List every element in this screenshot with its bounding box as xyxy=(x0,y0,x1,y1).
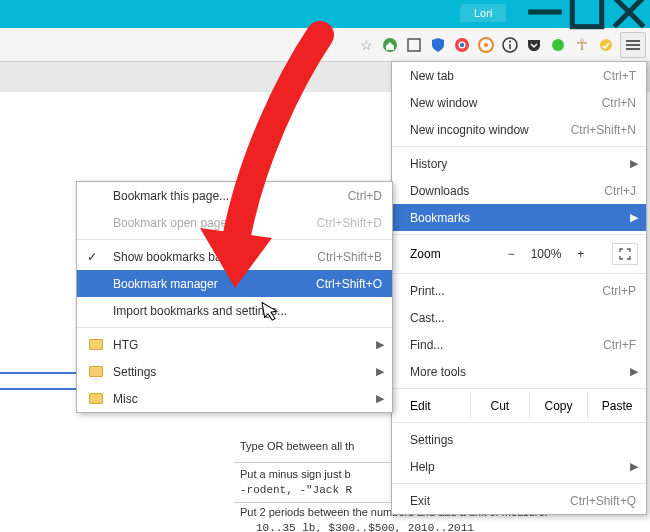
minimize-button[interactable] xyxy=(524,0,566,24)
menu-find[interactable]: Find...Ctrl+F xyxy=(392,331,646,358)
submenu-import-bookmarks[interactable]: Import bookmarks and settings... xyxy=(77,297,392,324)
svg-rect-5 xyxy=(408,39,420,51)
chrome-extension-icon[interactable] xyxy=(452,35,472,55)
close-button[interactable] xyxy=(608,0,650,24)
svg-point-15 xyxy=(600,39,612,51)
svg-point-10 xyxy=(484,43,488,47)
folder-icon xyxy=(89,393,103,404)
menu-button[interactable] xyxy=(620,32,646,58)
menu-bookmarks[interactable]: Bookmarks▶ xyxy=(392,204,646,231)
window-controls xyxy=(524,0,650,24)
menu-print[interactable]: Print...Ctrl+P xyxy=(392,277,646,304)
pocket-extension-icon[interactable] xyxy=(524,35,544,55)
menu-new-incognito[interactable]: New incognito windowCtrl+Shift+N xyxy=(392,116,646,143)
menu-edit-row: Edit Cut Copy Paste xyxy=(392,392,646,419)
browser-toolbar: ☆ ☥ xyxy=(0,28,650,62)
svg-point-8 xyxy=(460,42,464,46)
zoom-in-button[interactable]: + xyxy=(577,247,584,261)
menu-new-tab[interactable]: New tabCtrl+T xyxy=(392,62,646,89)
menu-help[interactable]: Help▶ xyxy=(392,453,646,480)
menu-cast[interactable]: Cast... xyxy=(392,304,646,331)
green-dot-extension-icon[interactable] xyxy=(548,35,568,55)
edit-label: Edit xyxy=(410,399,470,413)
svg-rect-1 xyxy=(572,0,601,27)
zoom-value: 100% xyxy=(531,247,562,261)
menu-history[interactable]: History▶ xyxy=(392,150,646,177)
content-text: 10..35 lb, $300..$500, 2010..2011 xyxy=(256,522,474,532)
star-icon[interactable]: ☆ xyxy=(356,35,376,55)
zoom-label: Zoom xyxy=(410,247,480,261)
bookmark-folder[interactable]: HTG▶ xyxy=(77,331,392,358)
folder-icon xyxy=(89,339,103,350)
menu-exit[interactable]: ExitCtrl+Shift+Q xyxy=(392,487,646,514)
menu-downloads[interactable]: DownloadsCtrl+J xyxy=(392,177,646,204)
menu-settings[interactable]: Settings xyxy=(392,426,646,453)
bookmark-folder[interactable]: Misc▶ xyxy=(77,385,392,412)
check-icon: ✓ xyxy=(87,250,97,264)
copy-button[interactable]: Copy xyxy=(529,392,588,419)
bookmarks-submenu: Bookmark this page...Ctrl+D Bookmark ope… xyxy=(76,181,393,413)
square-extension-icon[interactable] xyxy=(404,35,424,55)
content-text: Type OR between all th xyxy=(240,440,354,452)
window-titlebar: Lori xyxy=(0,0,650,28)
cut-button[interactable]: Cut xyxy=(470,392,529,419)
submenu-show-bookmarks-bar[interactable]: ✓ Show bookmarks barCtrl+Shift+B xyxy=(77,243,392,270)
info-extension-icon[interactable] xyxy=(500,35,520,55)
svg-point-13 xyxy=(509,40,511,42)
orange-extension-icon[interactable] xyxy=(476,35,496,55)
zoom-out-button[interactable]: − xyxy=(508,247,515,261)
menu-more-tools[interactable]: More tools▶ xyxy=(392,358,646,385)
fullscreen-button[interactable] xyxy=(612,243,638,265)
bookmark-folder[interactable]: Settings▶ xyxy=(77,358,392,385)
folder-icon xyxy=(89,366,103,377)
submenu-bookmark-open-pages: Bookmark open pages...Ctrl+Shift+D xyxy=(77,209,392,236)
submenu-bookmark-manager[interactable]: Bookmark managerCtrl+Shift+O xyxy=(77,270,392,297)
submenu-bookmark-this-page[interactable]: Bookmark this page...Ctrl+D xyxy=(77,182,392,209)
yellow-extension-icon[interactable] xyxy=(596,35,616,55)
maximize-button[interactable] xyxy=(566,0,608,24)
paste-button[interactable]: Paste xyxy=(587,392,646,419)
user-profile-tab[interactable]: Lori xyxy=(460,4,506,22)
home-extension-icon[interactable] xyxy=(380,35,400,55)
ankh-extension-icon[interactable]: ☥ xyxy=(572,35,592,55)
shield-extension-icon[interactable] xyxy=(428,35,448,55)
svg-point-14 xyxy=(552,39,564,51)
content-text: -rodent, -"Jack R xyxy=(240,484,352,496)
main-menu: New tabCtrl+T New windowCtrl+N New incog… xyxy=(391,61,647,515)
content-text: Put a minus sign just b xyxy=(240,468,351,480)
menu-zoom-row: Zoom − 100% + xyxy=(392,238,646,270)
menu-new-window[interactable]: New windowCtrl+N xyxy=(392,89,646,116)
